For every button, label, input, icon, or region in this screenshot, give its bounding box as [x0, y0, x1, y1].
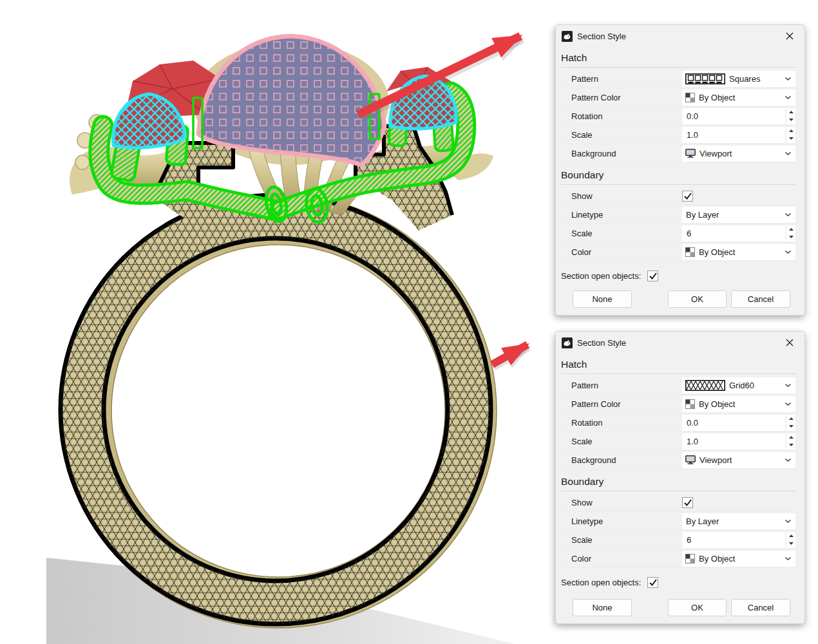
check-icon	[649, 272, 657, 279]
hatch-scale-label: Scale	[571, 437, 682, 446]
ok-button[interactable]: OK	[668, 290, 727, 308]
section-open-objects-checkbox[interactable]	[647, 270, 658, 281]
hatch-scale-row: Scale	[561, 126, 795, 144]
dialog-title: Section Style	[577, 32, 626, 41]
chevron-down-icon	[785, 96, 791, 99]
boundary-color-dropdown[interactable]: By Object	[682, 551, 795, 567]
boundary-scale-spinner[interactable]	[786, 532, 795, 548]
chevron-down-icon	[785, 402, 791, 406]
close-icon	[786, 339, 794, 346]
viewport-monitor-icon	[685, 149, 696, 158]
section-style-dialog-1: Section Style Hatch Pattern	[555, 24, 805, 316]
linetype-dropdown[interactable]: By Layer	[682, 207, 795, 223]
boundary-scale-row: Scale	[561, 531, 795, 549]
close-button[interactable]	[781, 336, 798, 350]
hatch-scale-input[interactable]	[682, 127, 785, 143]
boundary-color-dropdown[interactable]: By Object	[682, 244, 795, 260]
section-open-objects-label: Section open objects:	[561, 271, 641, 281]
boundary-scale-input[interactable]	[682, 225, 785, 242]
spinner-up-icon	[789, 436, 794, 439]
background-value: Viewport	[699, 149, 732, 158]
hatch-section-header: Hatch	[561, 359, 795, 370]
rotation-row: Rotation	[561, 107, 795, 126]
spinner-down-icon	[789, 444, 794, 446]
pattern-value: Grid60	[729, 381, 754, 390]
show-checkbox[interactable]	[682, 497, 693, 508]
linetype-value: By Layer	[686, 516, 719, 526]
pattern-color-dropdown[interactable]: By Object	[682, 90, 795, 106]
separator	[561, 491, 795, 491]
linetype-row: Linetype By Layer	[561, 512, 795, 531]
boundary-color-value: By Object	[699, 247, 735, 257]
section-open-objects-row: Section open objects:	[561, 268, 795, 283]
rotation-spinner[interactable]	[786, 415, 795, 431]
pattern-label: Pattern	[571, 74, 682, 84]
chevron-down-icon	[785, 77, 791, 80]
squares-pattern-swatch	[685, 73, 725, 84]
check-icon	[684, 193, 692, 200]
background-dropdown[interactable]: Viewport	[682, 452, 795, 468]
by-object-swatch-icon	[685, 93, 695, 102]
pattern-color-row: Pattern Color By Object	[561, 88, 795, 107]
dialog-titlebar[interactable]: Section Style	[556, 25, 804, 46]
pattern-dropdown[interactable]: Squares	[682, 71, 795, 87]
rhino-viewport-screenshot: Section Style Hatch Pattern	[0, 0, 818, 644]
ring-shank-section	[61, 195, 491, 624]
pattern-dropdown[interactable]: Grid60	[682, 377, 795, 393]
hatch-scale-row: Scale	[561, 432, 795, 451]
none-button[interactable]: None	[573, 290, 632, 308]
separator	[561, 184, 795, 185]
spinner-down-icon	[789, 118, 794, 121]
rotation-spinner[interactable]	[786, 108, 795, 124]
linetype-dropdown[interactable]: By Layer	[682, 513, 795, 529]
boundary-section-header: Boundary	[561, 169, 795, 181]
pattern-row: Pattern Grid60	[561, 376, 795, 395]
cancel-button[interactable]: Cancel	[731, 290, 790, 308]
chevron-down-icon	[785, 213, 791, 216]
show-label: Show	[571, 191, 682, 201]
by-object-swatch-icon	[685, 399, 695, 409]
pattern-color-row: Pattern Color By Object	[561, 395, 795, 413]
cancel-button[interactable]: Cancel	[731, 599, 790, 616]
background-dropdown[interactable]: Viewport	[682, 146, 795, 162]
chevron-down-icon	[785, 384, 791, 387]
rhino-app-icon	[562, 31, 573, 42]
dialog-titlebar[interactable]: Section Style	[556, 332, 804, 352]
pattern-color-dropdown[interactable]: By Object	[682, 396, 795, 412]
separator	[561, 374, 795, 374]
separator	[561, 67, 795, 68]
hatch-scale-spinner[interactable]	[786, 127, 795, 143]
hatch-scale-spinner[interactable]	[786, 433, 795, 450]
show-checkbox[interactable]	[682, 191, 693, 202]
boundary-scale-label: Scale	[571, 229, 682, 238]
rotation-input[interactable]	[682, 415, 785, 431]
section-open-objects-checkbox[interactable]	[647, 577, 658, 588]
show-label: Show	[571, 498, 682, 507]
pattern-value: Squares	[729, 74, 760, 84]
pattern-color-value: By Object	[699, 399, 735, 409]
ok-button[interactable]: OK	[668, 599, 727, 616]
boundary-scale-row: Scale	[561, 224, 795, 243]
close-icon	[786, 32, 794, 40]
boundary-scale-spinner[interactable]	[786, 225, 795, 242]
section-open-objects-row: Section open objects:	[561, 574, 795, 590]
boundary-scale-input[interactable]	[682, 532, 785, 548]
none-button[interactable]: None	[573, 599, 632, 616]
linetype-value: By Layer	[686, 210, 719, 220]
background-value: Viewport	[699, 455, 732, 465]
background-label: Background	[571, 149, 682, 158]
hatch-scale-input[interactable]	[682, 433, 785, 450]
spinner-up-icon	[789, 111, 794, 113]
pattern-row: Pattern Squares	[561, 70, 795, 88]
boundary-color-label: Color	[571, 554, 682, 564]
boundary-color-row: Color By Object	[561, 549, 795, 568]
rotation-input[interactable]	[682, 108, 785, 124]
spinner-down-icon	[789, 236, 794, 238]
by-object-swatch-icon	[685, 247, 695, 257]
hatch-scale-label: Scale	[571, 130, 682, 140]
linetype-row: Linetype By Layer	[561, 205, 795, 224]
chevron-down-icon	[785, 251, 791, 254]
close-button[interactable]	[781, 29, 798, 43]
hatch-section-header: Hatch	[561, 52, 795, 64]
pattern-label: Pattern	[571, 381, 682, 390]
